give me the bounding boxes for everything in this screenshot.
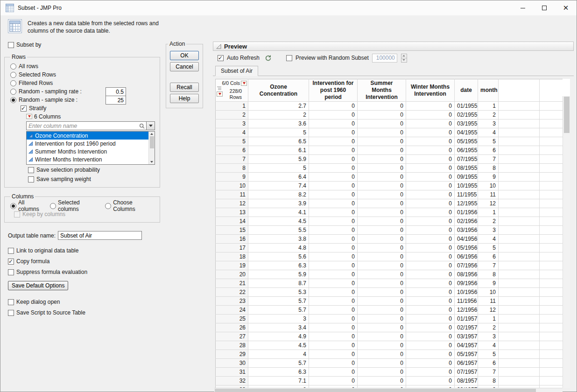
data-cell[interactable]: 1: [478, 208, 499, 217]
data-cell[interactable]: 0: [406, 173, 455, 182]
data-cell[interactable]: 0: [358, 261, 406, 270]
row-number-cell[interactable]: 14: [216, 217, 248, 226]
data-cell[interactable]: 3: [478, 226, 499, 235]
data-cell[interactable]: 3: [478, 332, 499, 341]
data-cell[interactable]: 0: [406, 315, 455, 323]
data-cell[interactable]: 4: [478, 128, 499, 137]
row-number-cell[interactable]: 2: [216, 111, 248, 119]
data-cell[interactable]: 11: [478, 297, 499, 306]
column-list-item[interactable]: Winter Months Intervention: [27, 155, 148, 163]
data-cell[interactable]: 2: [478, 111, 499, 119]
data-cell[interactable]: 3.9: [248, 199, 309, 208]
horizontal-scrollbar[interactable]: [214, 388, 563, 392]
data-cell[interactable]: 0: [406, 377, 455, 385]
data-cell[interactable]: 01/1956: [455, 208, 478, 217]
suppress-formula-checkbox[interactable]: [8, 269, 14, 275]
data-cell[interactable]: 0: [309, 368, 358, 377]
data-cell[interactable]: 0: [358, 332, 406, 341]
data-cell[interactable]: 0: [406, 208, 455, 217]
data-cell[interactable]: 0: [309, 306, 358, 315]
data-cell[interactable]: 6.5: [248, 137, 309, 146]
columns-menu-red-triangle-icon[interactable]: [241, 81, 247, 86]
data-cell[interactable]: 5.7: [248, 297, 309, 306]
data-cell[interactable]: 4.1: [248, 208, 309, 217]
data-cell[interactable]: 8: [478, 270, 499, 279]
title-bar[interactable]: Subset - JMP Pro ✕: [0, 0, 577, 15]
data-cell[interactable]: 01/1957: [455, 315, 478, 323]
output-table-name-input[interactable]: [58, 231, 142, 240]
data-cell[interactable]: 0: [406, 182, 455, 190]
save-script-row[interactable]: Save Script to Source Table: [4, 308, 162, 317]
data-cell[interactable]: 5: [478, 137, 499, 146]
data-cell[interactable]: 02/1957: [455, 323, 478, 332]
selected-columns-radio-row[interactable]: Selected columns: [50, 202, 102, 210]
stratify-columns-menu-row[interactable]: 6 Columns: [8, 112, 156, 120]
all-rows-radio[interactable]: [10, 63, 16, 70]
data-cell[interactable]: 12: [478, 306, 499, 315]
horizontal-scrollbar-thumb[interactable]: [215, 389, 536, 392]
data-cell[interactable]: 06/1955: [455, 146, 478, 155]
data-cell[interactable]: 0: [309, 244, 358, 252]
recall-button[interactable]: Recall: [170, 83, 199, 92]
data-cell[interactable]: 6.3: [248, 261, 309, 270]
column-list-item[interactable]: Intervention for post 1960 period: [27, 140, 148, 147]
all-columns-radio-row[interactable]: All columns: [10, 202, 47, 210]
data-cell[interactable]: 8: [478, 164, 499, 173]
data-cell[interactable]: 03/1957: [455, 332, 478, 341]
data-cell[interactable]: 03/1956: [455, 226, 478, 235]
row-number-cell[interactable]: 15: [216, 226, 248, 235]
data-cell[interactable]: 5.7: [248, 306, 309, 315]
data-cell[interactable]: 0: [309, 359, 358, 368]
all-rows-radio-row[interactable]: All rows: [8, 62, 156, 70]
data-cell[interactable]: 11/1955: [455, 190, 478, 199]
data-cell[interactable]: 8: [478, 377, 499, 385]
stratify-checkbox-row[interactable]: Stratify: [8, 104, 156, 112]
data-cell[interactable]: 0: [309, 323, 358, 332]
random-subset-checkbox[interactable]: [286, 55, 292, 61]
data-cell[interactable]: 0: [309, 315, 358, 323]
data-cell[interactable]: 5.9: [248, 270, 309, 279]
data-cell[interactable]: 2: [248, 111, 309, 119]
data-cell[interactable]: 0: [406, 323, 455, 332]
data-cell[interactable]: 5.9: [248, 155, 309, 164]
column-list-item[interactable]: Summer Months Intervention: [27, 147, 148, 155]
column-list-item[interactable]: Ozone Concentration: [27, 132, 148, 140]
data-cell[interactable]: 02/1956: [455, 217, 478, 226]
data-cell[interactable]: 0: [406, 350, 455, 359]
data-cell[interactable]: 3.6: [248, 119, 309, 128]
copy-formula-checkbox[interactable]: [8, 259, 14, 265]
save-script-checkbox[interactable]: [8, 310, 14, 316]
data-cell[interactable]: 0: [358, 155, 406, 164]
row-number-cell[interactable]: 1: [216, 102, 248, 111]
data-cell[interactable]: 0: [309, 137, 358, 146]
data-cell[interactable]: 0: [358, 368, 406, 377]
data-cell[interactable]: 0: [358, 226, 406, 235]
choose-columns-radio[interactable]: [105, 203, 111, 209]
data-cell[interactable]: 6.1: [248, 146, 309, 155]
data-cell[interactable]: 3.4: [248, 323, 309, 332]
random-size-radio-row[interactable]: Random - sample size :: [8, 96, 156, 104]
data-cell[interactable]: 0: [358, 208, 406, 217]
column-header-summer[interactable]: Summer Months Intervention: [358, 79, 406, 102]
data-cell[interactable]: 0: [406, 190, 455, 199]
data-cell[interactable]: 6.3: [248, 368, 309, 377]
stratify-column-list[interactable]: Ozone ConcentrationIntervention for post…: [26, 131, 155, 165]
random-rate-input[interactable]: [106, 87, 126, 96]
data-cell[interactable]: 9: [478, 279, 499, 288]
suppress-formula-row[interactable]: Suppress formula evaluation: [4, 268, 162, 276]
data-cell[interactable]: 0: [358, 377, 406, 385]
data-cell[interactable]: 8.7: [248, 279, 309, 288]
scroll-down-icon[interactable]: [150, 161, 153, 163]
row-number-cell[interactable]: 5: [216, 137, 248, 146]
filtered-rows-radio-row[interactable]: Filtered Rows: [8, 79, 156, 87]
data-cell[interactable]: 5: [478, 244, 499, 252]
data-cell[interactable]: 07/1955: [455, 155, 478, 164]
data-cell[interactable]: 9: [478, 173, 499, 182]
row-number-cell[interactable]: 32: [216, 377, 248, 385]
maximize-button[interactable]: [534, 0, 555, 15]
data-cell[interactable]: 0: [309, 128, 358, 137]
data-cell[interactable]: 0: [309, 270, 358, 279]
data-cell[interactable]: 4: [248, 350, 309, 359]
auto-refresh-checkbox[interactable]: [218, 55, 224, 61]
data-cell[interactable]: 04/1957: [455, 341, 478, 350]
